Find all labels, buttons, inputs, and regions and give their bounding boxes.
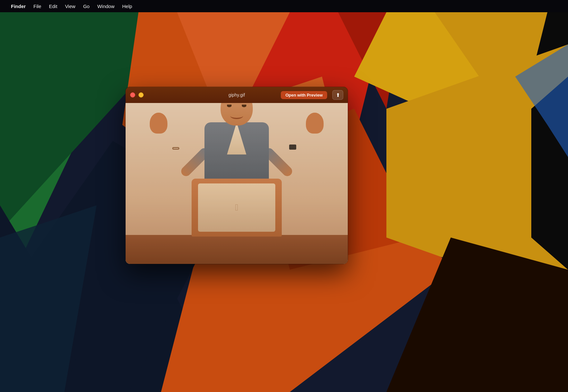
quicklook-share-button[interactable]: ⬆ — [332, 90, 343, 100]
hand-left — [150, 113, 167, 134]
quicklook-window: giphy.gif Open with Preview ⬆ — [126, 87, 348, 264]
hand-right — [306, 113, 324, 134]
laptop-screen:  — [198, 183, 275, 232]
eye-right — [242, 105, 246, 107]
person-mouth — [230, 113, 243, 119]
quicklook-titlebar: giphy.gif Open with Preview ⬆ — [126, 87, 348, 103]
menu-help[interactable]: Help — [119, 3, 136, 10]
menu-go[interactable]: Go — [80, 3, 93, 10]
open-with-preview-button[interactable]: Open with Preview — [281, 91, 327, 99]
apple-logo-icon:  — [235, 202, 238, 213]
quicklook-zoom-button[interactable] — [138, 92, 144, 98]
wristwatch — [289, 145, 296, 150]
menu-finder[interactable]: Finder — [8, 3, 29, 10]
menu-file[interactable]: File — [30, 3, 44, 10]
eye-left — [227, 105, 232, 107]
person-figure — [204, 103, 269, 183]
menubar: Finder File Edit View Go Window Help — [0, 0, 568, 12]
person-torso — [204, 122, 269, 180]
menu-window[interactable]: Window — [94, 3, 118, 10]
person-eyes — [227, 105, 246, 107]
menu-edit[interactable]: Edit — [46, 3, 61, 10]
quicklook-close-button[interactable] — [130, 92, 135, 98]
bracelet — [172, 147, 179, 150]
menu-view[interactable]: View — [62, 3, 79, 10]
quicklook-content:  — [126, 103, 348, 264]
scene-laptop:  — [192, 179, 282, 237]
quicklook-filename: giphy.gif — [228, 92, 245, 98]
gif-scene:  — [126, 103, 348, 264]
scene-table — [126, 235, 348, 264]
